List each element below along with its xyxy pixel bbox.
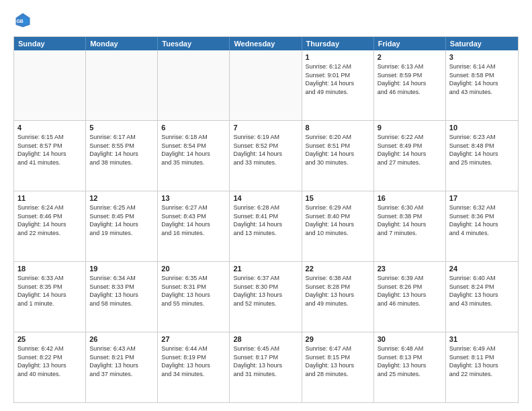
day-cell-20: 20Sunrise: 6:35 AM Sunset: 8:31 PM Dayli… (158, 262, 230, 332)
day-number: 7 (233, 124, 298, 132)
day-number: 13 (161, 194, 226, 202)
day-number: 6 (161, 124, 226, 132)
day-info: Sunrise: 6:42 AM Sunset: 8:22 PM Dayligh… (17, 345, 82, 378)
empty-cell-0-3 (230, 50, 302, 120)
day-cell-15: 15Sunrise: 6:29 AM Sunset: 8:40 PM Dayli… (302, 191, 374, 261)
logo: GB (13, 11, 35, 30)
day-info: Sunrise: 6:44 AM Sunset: 8:19 PM Dayligh… (161, 345, 226, 378)
calendar-row-2: 4Sunrise: 6:15 AM Sunset: 8:57 PM Daylig… (14, 120, 518, 191)
weekday-friday: Friday (374, 37, 446, 50)
empty-cell-0-2 (158, 50, 230, 120)
day-cell-17: 17Sunrise: 6:32 AM Sunset: 8:36 PM Dayli… (446, 191, 518, 261)
day-number: 10 (449, 124, 515, 132)
day-cell-21: 21Sunrise: 6:37 AM Sunset: 8:30 PM Dayli… (230, 262, 302, 332)
day-number: 5 (89, 124, 154, 132)
logo-icon: GB (13, 11, 32, 30)
day-cell-8: 8Sunrise: 6:20 AM Sunset: 8:51 PM Daylig… (302, 121, 374, 191)
day-number: 1 (306, 53, 370, 61)
day-cell-19: 19Sunrise: 6:34 AM Sunset: 8:33 PM Dayli… (86, 262, 158, 332)
day-number: 25 (17, 335, 82, 343)
day-number: 23 (378, 265, 442, 273)
day-info: Sunrise: 6:13 AM Sunset: 8:59 PM Dayligh… (378, 62, 442, 96)
day-number: 27 (161, 335, 226, 343)
day-number: 26 (89, 335, 154, 343)
day-cell-26: 26Sunrise: 6:43 AM Sunset: 8:21 PM Dayli… (86, 332, 158, 402)
day-cell-27: 27Sunrise: 6:44 AM Sunset: 8:19 PM Dayli… (158, 332, 230, 402)
day-number: 22 (306, 265, 370, 273)
calendar-row-1: 1Sunrise: 6:12 AM Sunset: 9:01 PM Daylig… (14, 50, 518, 120)
day-cell-2: 2Sunrise: 6:13 AM Sunset: 8:59 PM Daylig… (374, 50, 446, 120)
calendar-header: SundayMondayTuesdayWednesdayThursdayFrid… (14, 37, 518, 50)
day-info: Sunrise: 6:28 AM Sunset: 8:41 PM Dayligh… (233, 203, 298, 237)
day-cell-14: 14Sunrise: 6:28 AM Sunset: 8:41 PM Dayli… (230, 191, 302, 261)
empty-cell-0-1 (86, 50, 158, 120)
day-number: 2 (378, 53, 442, 61)
day-cell-6: 6Sunrise: 6:18 AM Sunset: 8:54 PM Daylig… (158, 121, 230, 191)
day-info: Sunrise: 6:27 AM Sunset: 8:43 PM Dayligh… (161, 203, 226, 237)
day-number: 29 (306, 335, 370, 343)
day-number: 16 (378, 194, 442, 202)
day-cell-5: 5Sunrise: 6:17 AM Sunset: 8:55 PM Daylig… (86, 121, 158, 191)
day-info: Sunrise: 6:19 AM Sunset: 8:52 PM Dayligh… (233, 133, 298, 167)
day-info: Sunrise: 6:47 AM Sunset: 8:15 PM Dayligh… (306, 345, 370, 378)
day-number: 18 (17, 265, 82, 273)
weekday-wednesday: Wednesday (230, 37, 302, 50)
weekday-thursday: Thursday (302, 37, 374, 50)
day-cell-9: 9Sunrise: 6:22 AM Sunset: 8:49 PM Daylig… (374, 121, 446, 191)
calendar: SundayMondayTuesdayWednesdayThursdayFrid… (13, 36, 519, 403)
day-cell-18: 18Sunrise: 6:33 AM Sunset: 8:35 PM Dayli… (14, 262, 86, 332)
day-cell-7: 7Sunrise: 6:19 AM Sunset: 8:52 PM Daylig… (230, 121, 302, 191)
day-info: Sunrise: 6:15 AM Sunset: 8:57 PM Dayligh… (17, 133, 82, 167)
day-cell-12: 12Sunrise: 6:25 AM Sunset: 8:45 PM Dayli… (86, 191, 158, 261)
empty-cell-0-0 (14, 50, 86, 120)
day-number: 11 (17, 194, 82, 202)
weekday-saturday: Saturday (446, 37, 518, 50)
day-number: 31 (449, 335, 515, 343)
day-cell-31: 31Sunrise: 6:49 AM Sunset: 8:11 PM Dayli… (446, 332, 518, 402)
day-info: Sunrise: 6:32 AM Sunset: 8:36 PM Dayligh… (449, 203, 515, 237)
day-cell-16: 16Sunrise: 6:30 AM Sunset: 8:38 PM Dayli… (374, 191, 446, 261)
day-info: Sunrise: 6:49 AM Sunset: 8:11 PM Dayligh… (449, 345, 515, 378)
day-info: Sunrise: 6:22 AM Sunset: 8:49 PM Dayligh… (378, 133, 442, 167)
day-info: Sunrise: 6:12 AM Sunset: 9:01 PM Dayligh… (306, 62, 370, 96)
day-info: Sunrise: 6:24 AM Sunset: 8:46 PM Dayligh… (17, 203, 82, 237)
day-info: Sunrise: 6:43 AM Sunset: 8:21 PM Dayligh… (89, 345, 154, 378)
day-info: Sunrise: 6:20 AM Sunset: 8:51 PM Dayligh… (306, 133, 370, 167)
weekday-monday: Monday (86, 37, 158, 50)
day-cell-13: 13Sunrise: 6:27 AM Sunset: 8:43 PM Dayli… (158, 191, 230, 261)
day-info: Sunrise: 6:39 AM Sunset: 8:26 PM Dayligh… (378, 274, 442, 308)
day-cell-4: 4Sunrise: 6:15 AM Sunset: 8:57 PM Daylig… (14, 121, 86, 191)
day-number: 28 (233, 335, 298, 343)
day-number: 8 (306, 124, 370, 132)
day-number: 9 (378, 124, 442, 132)
day-cell-10: 10Sunrise: 6:23 AM Sunset: 8:48 PM Dayli… (446, 121, 518, 191)
day-info: Sunrise: 6:30 AM Sunset: 8:38 PM Dayligh… (378, 203, 442, 237)
day-number: 30 (378, 335, 442, 343)
day-number: 4 (17, 124, 82, 132)
day-cell-23: 23Sunrise: 6:39 AM Sunset: 8:26 PM Dayli… (374, 262, 446, 332)
day-info: Sunrise: 6:14 AM Sunset: 8:58 PM Dayligh… (449, 62, 515, 96)
day-info: Sunrise: 6:33 AM Sunset: 8:35 PM Dayligh… (17, 274, 82, 308)
day-cell-29: 29Sunrise: 6:47 AM Sunset: 8:15 PM Dayli… (302, 332, 374, 402)
day-info: Sunrise: 6:18 AM Sunset: 8:54 PM Dayligh… (161, 133, 226, 167)
day-cell-3: 3Sunrise: 6:14 AM Sunset: 8:58 PM Daylig… (446, 50, 518, 120)
day-info: Sunrise: 6:17 AM Sunset: 8:55 PM Dayligh… (89, 133, 154, 167)
day-cell-28: 28Sunrise: 6:45 AM Sunset: 8:17 PM Dayli… (230, 332, 302, 402)
day-cell-22: 22Sunrise: 6:38 AM Sunset: 8:28 PM Dayli… (302, 262, 374, 332)
day-number: 19 (89, 265, 154, 273)
day-number: 15 (306, 194, 370, 202)
day-cell-24: 24Sunrise: 6:40 AM Sunset: 8:24 PM Dayli… (446, 262, 518, 332)
day-info: Sunrise: 6:34 AM Sunset: 8:33 PM Dayligh… (89, 274, 154, 308)
day-cell-30: 30Sunrise: 6:48 AM Sunset: 8:13 PM Dayli… (374, 332, 446, 402)
day-info: Sunrise: 6:40 AM Sunset: 8:24 PM Dayligh… (449, 274, 515, 308)
day-info: Sunrise: 6:48 AM Sunset: 8:13 PM Dayligh… (378, 345, 442, 378)
day-info: Sunrise: 6:45 AM Sunset: 8:17 PM Dayligh… (233, 345, 298, 378)
calendar-row-3: 11Sunrise: 6:24 AM Sunset: 8:46 PM Dayli… (14, 191, 518, 261)
day-number: 24 (449, 265, 515, 273)
day-number: 12 (89, 194, 154, 202)
calendar-row-4: 18Sunrise: 6:33 AM Sunset: 8:35 PM Dayli… (14, 261, 518, 332)
day-number: 14 (233, 194, 298, 202)
header: GB (13, 11, 519, 30)
day-cell-25: 25Sunrise: 6:42 AM Sunset: 8:22 PM Dayli… (14, 332, 86, 402)
day-cell-11: 11Sunrise: 6:24 AM Sunset: 8:46 PM Dayli… (14, 191, 86, 261)
